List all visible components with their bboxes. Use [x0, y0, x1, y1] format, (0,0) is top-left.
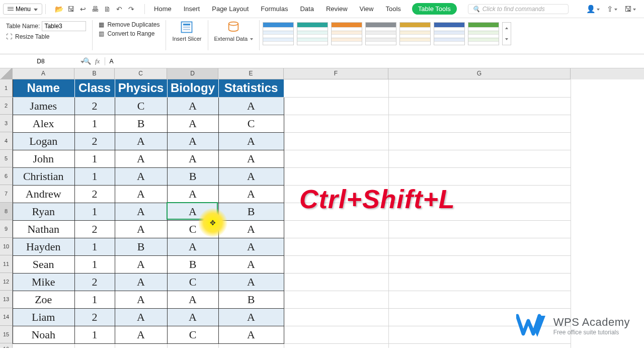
cell-D3[interactable]: A	[167, 115, 218, 132]
cell-F16[interactable]	[284, 343, 388, 348]
cell-G3[interactable]	[388, 115, 571, 132]
cell-E14[interactable]: A	[218, 308, 284, 326]
cell-E1[interactable]: Statistics	[218, 79, 284, 97]
cell-F10[interactable]	[284, 238, 388, 255]
row-header-8[interactable]: 8	[0, 203, 13, 220]
cell-E7[interactable]: A	[218, 185, 284, 203]
cell-B15[interactable]: 1	[74, 326, 115, 343]
formula-input[interactable]	[105, 58, 644, 65]
cell-F4[interactable]	[284, 132, 388, 150]
table-style-green[interactable]	[468, 22, 499, 45]
cell-B9[interactable]: 2	[74, 220, 115, 238]
column-header-F[interactable]: F	[284, 68, 388, 79]
cell-C15[interactable]: A	[115, 326, 167, 343]
cell-C7[interactable]: A	[115, 185, 167, 203]
name-box[interactable]	[0, 58, 78, 65]
cell-B7[interactable]: 2	[74, 185, 115, 203]
resize-table-button[interactable]: ⛶ Resize Table	[6, 33, 86, 40]
table-name-input[interactable]	[42, 21, 86, 31]
cell-G2[interactable]	[388, 97, 571, 115]
save-as-icon[interactable]: 🖫	[624, 5, 636, 14]
cell-E2[interactable]: A	[218, 97, 284, 115]
column-header-G[interactable]: G	[388, 68, 571, 79]
print-quick-icon[interactable]: ↩	[78, 4, 88, 14]
tab-insert[interactable]: Insert	[183, 3, 201, 15]
cell-E9[interactable]: A	[218, 220, 284, 238]
cell-A8[interactable]: Ryan	[13, 203, 74, 220]
cell-C14[interactable]: A	[115, 308, 167, 326]
cell-F13[interactable]	[284, 291, 388, 308]
tab-formulas[interactable]: Formulas	[260, 3, 289, 15]
cell-G5[interactable]	[388, 150, 571, 167]
row-header-5[interactable]: 5	[0, 150, 13, 167]
tab-home[interactable]: Home	[153, 3, 173, 15]
column-header-D[interactable]: D	[167, 68, 218, 79]
cell-A4[interactable]: Logan	[13, 132, 74, 150]
cell-B4[interactable]: 2	[74, 132, 115, 150]
row-headers[interactable]: 12345678910111213141516	[0, 79, 13, 348]
save-icon[interactable]: 🖫	[66, 4, 76, 14]
cell-A12[interactable]: Mike	[13, 273, 74, 291]
cell-C10[interactable]: B	[115, 238, 167, 255]
print-preview-icon[interactable]: 🗎	[102, 4, 112, 14]
cell-B10[interactable]: 1	[74, 238, 115, 255]
cell-C5[interactable]: A	[115, 150, 167, 167]
cell-A9[interactable]: Nathan	[13, 220, 74, 238]
row-header-4[interactable]: 4	[0, 132, 13, 150]
cell-F6[interactable]	[284, 167, 388, 185]
table-style-more-button[interactable]	[502, 22, 511, 45]
cell-B8[interactable]: 1	[74, 203, 115, 220]
cell-G16[interactable]	[388, 343, 571, 348]
row-header-2[interactable]: 2	[0, 97, 13, 115]
row-header-15[interactable]: 15	[0, 326, 13, 343]
command-search[interactable]: 🔍 Click to find commands	[468, 4, 569, 14]
tab-page-layout[interactable]: Page Layout	[211, 3, 250, 15]
tab-table-tools[interactable]: Table Tools	[412, 3, 457, 15]
cell-D11[interactable]: B	[167, 255, 218, 273]
cell-B3[interactable]: 1	[74, 115, 115, 132]
cell-A15[interactable]: Noah	[13, 326, 74, 343]
cell-C4[interactable]: A	[115, 132, 167, 150]
cell-D14[interactable]: A	[167, 308, 218, 326]
table-style-gray[interactable]	[365, 22, 396, 45]
tab-tools[interactable]: Tools	[384, 3, 401, 15]
cell-E8[interactable]: B	[218, 203, 284, 220]
cell-F2[interactable]	[284, 97, 388, 115]
column-header-E[interactable]: E	[218, 68, 284, 79]
cell-D13[interactable]: A	[167, 291, 218, 308]
name-box-input[interactable]	[3, 58, 78, 65]
cell-D16[interactable]	[167, 343, 218, 348]
cell-G11[interactable]	[388, 255, 571, 273]
cell-F11[interactable]	[284, 255, 388, 273]
share-icon[interactable]: ⇪	[607, 5, 617, 14]
cell-A13[interactable]: Zoe	[13, 291, 74, 308]
row-header-7[interactable]: 7	[0, 185, 13, 203]
cell-F1[interactable]	[284, 79, 388, 97]
cell-A1[interactable]: Name	[13, 79, 74, 97]
row-header-9[interactable]: 9	[0, 220, 13, 238]
table-style-navy[interactable]	[434, 22, 465, 45]
row-header-13[interactable]: 13	[0, 291, 13, 308]
cell-C12[interactable]: A	[115, 273, 167, 291]
table-style-blue[interactable]	[263, 22, 294, 45]
print-icon[interactable]: 🖶	[90, 4, 100, 14]
cell-B16[interactable]	[74, 343, 115, 348]
tab-review[interactable]: Review	[325, 3, 349, 15]
column-headers[interactable]: ABCDEFG	[13, 68, 644, 79]
column-header-B[interactable]: B	[74, 68, 115, 79]
cell-C8[interactable]: A	[115, 203, 167, 220]
cancel-formula-icon[interactable]: 🔍	[83, 57, 91, 65]
cell-C11[interactable]: A	[115, 255, 167, 273]
cell-E12[interactable]: A	[218, 273, 284, 291]
cell-A16[interactable]	[13, 343, 74, 348]
cell-D6[interactable]: B	[167, 167, 218, 185]
cell-F12[interactable]	[284, 273, 388, 291]
cell-D7[interactable]: A	[167, 185, 218, 203]
undo-icon[interactable]: ↶	[114, 4, 124, 14]
cell-B5[interactable]: 1	[74, 150, 115, 167]
cell-F9[interactable]	[284, 220, 388, 238]
table-style-gold[interactable]	[399, 22, 431, 45]
redo-icon[interactable]: ↷	[126, 4, 136, 14]
cell-D10[interactable]: A	[167, 238, 218, 255]
cell-E4[interactable]: A	[218, 132, 284, 150]
